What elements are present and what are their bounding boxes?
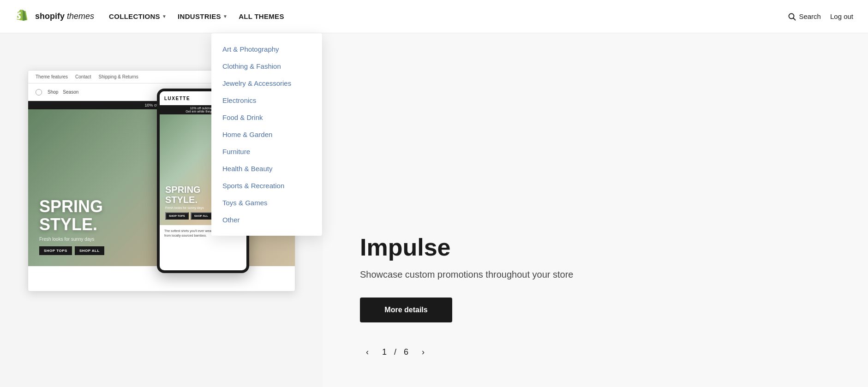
- preview-topbar-features: Theme features: [36, 74, 68, 79]
- hero-buttons: SHOP TOPS SHOP ALL: [39, 246, 104, 255]
- search-icon: [788, 12, 796, 21]
- pagination-separator: /: [394, 347, 396, 357]
- all-themes-label: ALL THEMES: [239, 12, 284, 20]
- mobile-brand: LUXETTE: [164, 96, 190, 101]
- dropdown-item-other[interactable]: Other: [211, 211, 322, 228]
- dropdown-item-jewelry[interactable]: Jewelry & Accessories: [211, 75, 322, 92]
- svg-line-1: [794, 18, 796, 20]
- pagination: ‹ 1 / 6 ›: [360, 345, 831, 359]
- mobile-hero-sub: Fresh looks for sunny days: [165, 206, 212, 209]
- dropdown-item-food[interactable]: Food & Drink: [211, 109, 322, 126]
- dropdown-item-health[interactable]: Health & Beauty: [211, 160, 322, 177]
- dropdown-item-sports[interactable]: Sports & Recreation: [211, 177, 322, 194]
- collections-label: COLLECTIONS: [109, 12, 160, 20]
- logout-button[interactable]: Log out: [830, 12, 853, 20]
- svg-point-0: [789, 13, 794, 18]
- mobile-btn-all[interactable]: SHOP ALL: [191, 212, 212, 220]
- preview-topbar-shipping: Shipping & Returns: [99, 74, 138, 79]
- preview-nav-shop: Shop: [48, 89, 58, 95]
- info-panel: Impulse Showcase custom promotions throu…: [323, 33, 868, 387]
- mobile-hero-content: SPRINGSTYLE. Fresh looks for sunny days …: [165, 185, 212, 220]
- shopify-logo-icon: [15, 8, 31, 25]
- mobile-btn-tops[interactable]: SHOP TOPS: [165, 212, 189, 220]
- theme-name: Impulse: [360, 234, 831, 261]
- industries-chevron-icon: ▼: [223, 14, 227, 19]
- mobile-hero-buttons: SHOP TOPS SHOP ALL: [165, 212, 212, 220]
- header-left: shopify themes COLLECTIONS ▼ INDUSTRIES …: [15, 8, 284, 25]
- search-button[interactable]: Search: [788, 12, 821, 21]
- pagination-current: 1: [382, 347, 387, 357]
- dropdown-item-toys[interactable]: Toys & Games: [211, 194, 322, 211]
- main-nav: COLLECTIONS ▼ INDUSTRIES ▼ ALL THEMES: [109, 9, 284, 24]
- dropdown-item-home[interactable]: Home & Garden: [211, 126, 322, 143]
- dropdown-item-clothing[interactable]: Clothing & Fashion: [211, 58, 322, 75]
- mobile-hero-title: SPRINGSTYLE.: [165, 185, 212, 205]
- nav-all-themes[interactable]: ALL THEMES: [239, 9, 284, 24]
- hero-title: SPRINGSTYLE.: [39, 197, 104, 234]
- pagination-prev-button[interactable]: ‹: [360, 345, 375, 359]
- hero-btn-all[interactable]: SHOP ALL: [75, 246, 104, 255]
- dropdown-item-art[interactable]: Art & Photography: [211, 41, 322, 58]
- industries-label: INDUSTRIES: [178, 12, 221, 20]
- dropdown-item-electronics[interactable]: Electronics: [211, 92, 322, 109]
- nav-collections[interactable]: COLLECTIONS ▼: [109, 9, 167, 24]
- logo[interactable]: shopify themes: [15, 8, 94, 25]
- header: shopify themes COLLECTIONS ▼ INDUSTRIES …: [0, 0, 868, 33]
- pagination-next-button[interactable]: ›: [416, 345, 431, 359]
- theme-description: Showcase custom promotions throughout yo…: [360, 268, 581, 281]
- pagination-total: 6: [404, 347, 408, 357]
- preview-topbar-contact: Contact: [75, 74, 91, 79]
- preview-nav-season: Season: [63, 89, 78, 95]
- main-content: Theme features Contact Shipping & Return…: [0, 33, 868, 387]
- more-details-button[interactable]: More details: [360, 298, 452, 322]
- industries-dropdown: Art & Photography Clothing & Fashion Jew…: [211, 33, 322, 236]
- preview-search-icon: [36, 89, 42, 95]
- hero-btn-tops[interactable]: SHOP TOPS: [39, 246, 72, 255]
- dropdown-item-furniture[interactable]: Furniture: [211, 143, 322, 160]
- search-label: Search: [799, 12, 821, 20]
- collections-chevron-icon: ▼: [162, 14, 167, 19]
- logo-text: shopify themes: [35, 12, 94, 21]
- nav-industries[interactable]: INDUSTRIES ▼: [178, 9, 227, 24]
- preview-nav-links: Shop Season: [48, 89, 78, 95]
- hero-subtitle: Fresh looks for sunny days: [39, 237, 104, 242]
- header-right: Search Log out: [788, 12, 853, 21]
- hero-content: SPRINGSTYLE. Fresh looks for sunny days …: [39, 197, 104, 255]
